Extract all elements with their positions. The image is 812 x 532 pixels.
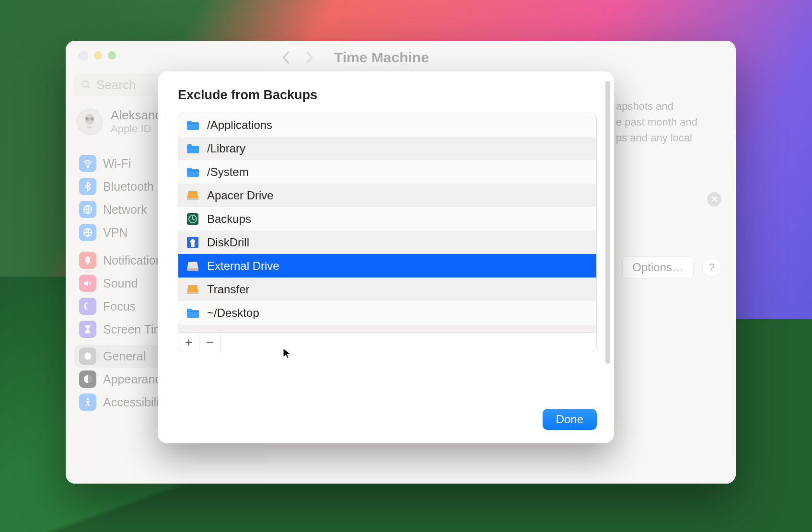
svg-rect-15	[187, 198, 198, 200]
exclude-list-row[interactable]: Backups	[178, 207, 596, 231]
exclude-list-label: External Drive	[207, 259, 279, 273]
exclude-list-label: /Library	[207, 142, 245, 155]
tm-disk-icon	[186, 213, 199, 225]
svg-rect-22	[187, 292, 198, 294]
exclude-from-backups-sheet: Exclude from Backups /Applications/Libra…	[158, 71, 614, 443]
svg-rect-23	[187, 311, 199, 312]
svg-rect-21	[187, 268, 198, 271]
folder-desktop-icon	[186, 307, 199, 319]
drive-ext-icon	[186, 284, 199, 295]
folder-lib-icon	[186, 143, 199, 154]
add-exclusion-button[interactable]: +	[178, 333, 199, 352]
exclude-list-label: Apacer Drive	[207, 189, 274, 202]
sheet-scrollbar[interactable]	[605, 81, 610, 364]
svg-rect-13	[187, 147, 199, 148]
system-settings-window: Search Aleksandr Apple ID Wi-FiBluetooth…	[66, 41, 736, 484]
exclude-list-row[interactable]: /System	[178, 160, 596, 184]
sheet-title: Exclude from Backups	[178, 88, 317, 103]
exclude-list-row[interactable]: External Drive	[178, 254, 596, 278]
exclude-list-row[interactable]: DiskDrill	[178, 231, 596, 254]
svg-rect-12	[187, 123, 199, 124]
remove-exclusion-button[interactable]: −	[199, 333, 220, 352]
exclude-list-row[interactable]: ~/Desktop	[178, 301, 596, 324]
exclude-list-row[interactable]: /Library	[178, 137, 596, 160]
exclude-list-label: Backups	[207, 212, 251, 226]
exclude-list-row[interactable]: Apacer Drive	[178, 184, 596, 207]
folder-sys-icon	[186, 166, 199, 178]
exclude-list-row[interactable]: /Applications	[178, 113, 596, 137]
exclude-list-row[interactable]: Transfer	[178, 278, 596, 301]
done-button[interactable]: Done	[543, 409, 597, 430]
folder-app-icon	[186, 119, 199, 131]
exclude-list-label: Transfer	[207, 283, 249, 296]
svg-rect-20	[191, 243, 195, 247]
app-icon-icon	[186, 237, 199, 248]
exclude-list-label: /System	[207, 165, 249, 179]
svg-rect-14	[187, 170, 199, 171]
exclude-list[interactable]: /Applications/Library/SystemApacer Drive…	[178, 113, 597, 352]
exclude-list-label: DiskDrill	[207, 236, 249, 249]
drive-icon	[186, 260, 199, 272]
drive-ext-icon	[186, 190, 199, 201]
svg-point-19	[190, 239, 195, 244]
exclude-list-label: /Applications	[207, 118, 272, 132]
exclude-list-label: ~/Desktop	[207, 306, 259, 320]
